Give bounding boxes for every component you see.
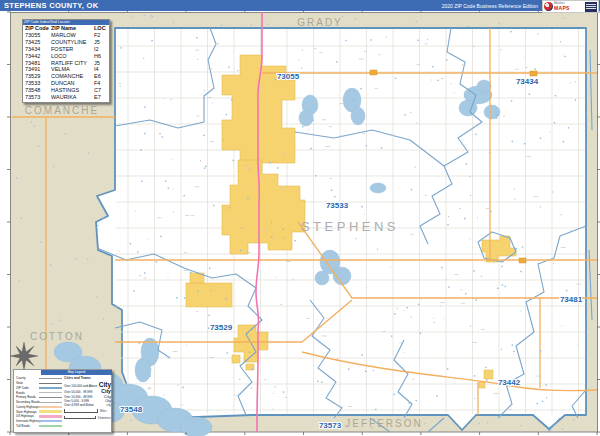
zip-cell: MARLOW	[51, 32, 94, 39]
zip-area-comanche-sw	[232, 355, 240, 363]
zip-area-73529	[186, 283, 232, 307]
zip-label-73573: 73573	[319, 421, 342, 430]
legend-title: Map Legend	[41, 370, 112, 375]
county-label-stephens: STEPHENS	[301, 219, 399, 234]
legend-label: Roads	[16, 391, 39, 395]
legend-line-items: County State ZIP Code Roads Primary Road…	[16, 376, 62, 428]
legend-label: Secondary Roads	[16, 400, 39, 404]
zip-cell: COMANCHE	[51, 73, 94, 80]
zip-cell: J5	[94, 39, 108, 46]
zip-cell: 73548	[25, 87, 51, 94]
legend-swatch-secondary-roads	[39, 402, 62, 403]
page-title: STEPHENS COUNTY, OK	[4, 1, 98, 10]
zip-area-loco-s	[479, 382, 485, 388]
zip-cell: F2	[94, 32, 108, 39]
legend-swatch-county-hwy	[39, 406, 62, 409]
zip-cell: 73491	[25, 66, 51, 73]
zip-cell: 73055	[25, 32, 51, 39]
zip-cell: LOCO	[51, 53, 94, 60]
zip-cell: 73425	[25, 39, 51, 46]
legend-label: County	[16, 376, 39, 380]
city-range: Over 50,000 - 99,999	[64, 390, 92, 394]
lake	[351, 107, 365, 125]
zip-cell: 73533	[25, 80, 51, 87]
county-label-comanche: COMANCHE	[25, 105, 99, 116]
brand-globe-icon	[544, 2, 553, 11]
legend-label: State	[16, 381, 39, 385]
city-sample: City	[99, 381, 111, 388]
legend-swatch-interstate	[39, 420, 62, 423]
legend-swatch-county-line	[39, 378, 62, 379]
lake	[484, 105, 500, 119]
zip-cell: 73434	[25, 46, 51, 53]
zip-cell: I4	[94, 66, 108, 73]
col-header-name: ZIP Name	[51, 25, 94, 32]
zip-cell: FOSTER	[51, 46, 94, 53]
zip-cell: VELMA	[51, 66, 94, 73]
legend-label: Interstate Highways	[16, 419, 39, 423]
legend-swatch-state-line	[39, 383, 62, 384]
city-sample: city	[107, 403, 112, 407]
zip-label-73529: 73529	[210, 323, 233, 332]
lake-waurika-arm	[135, 358, 151, 382]
legend-cities: Cities and Towns Over 100,000 and AboveC…	[64, 376, 111, 420]
pond	[370, 183, 386, 193]
zip-cell: 73573	[25, 94, 51, 101]
zip-label-73055: 73055	[277, 72, 300, 81]
map-page: { "header": { "title": "STEPHENS COUNTY,…	[0, 0, 600, 436]
legend-label: State Highways	[16, 410, 39, 414]
zip-cell: COUNTYLINE	[51, 39, 94, 46]
legend-swatch-us-hwy	[39, 415, 62, 418]
zip-label-73533: 73533	[326, 201, 349, 210]
zip-cell: H6	[94, 53, 108, 60]
legend-label: US Highways	[16, 414, 39, 418]
zip-cell: F4	[94, 80, 108, 87]
city-range: Over 4,999 and Below	[64, 403, 94, 407]
zip-cell: RATLIFF CITY	[51, 60, 94, 67]
zip-cell: HASTINGS	[51, 87, 94, 94]
zip-cell: 73442	[25, 53, 51, 60]
zip-cell: E6	[94, 73, 108, 80]
zip-cell: DUNCAN	[51, 80, 94, 87]
scale-km-label: Kilometers	[98, 416, 111, 420]
county-label-cotton: COTTON	[30, 331, 84, 342]
zip-label-73434: 73434	[516, 77, 539, 86]
scale-bar-km: Kilometers	[64, 416, 111, 420]
legend-swatch-state-hwy	[39, 410, 62, 413]
zip-label-73481: 73481	[560, 295, 583, 304]
zip-cell: WAURIKA	[51, 94, 94, 101]
lake-waurika	[180, 417, 212, 436]
zip-label-73548: 73548	[120, 405, 143, 414]
brand-badge-icon	[585, 2, 597, 12]
zip-cell: J5	[94, 60, 108, 67]
lake	[299, 110, 313, 126]
zip-index-table: ZIP Code Index/Grid Locator ZIP Code ZIP…	[22, 19, 110, 103]
lake	[459, 100, 477, 116]
title-bar: STEPHENS COUNTY, OK 2020 ZIP Code Busine…	[0, 0, 600, 11]
brand-wordmark: Market MAPS	[554, 2, 570, 10]
legend-cities-header: Cities and Towns	[64, 376, 111, 380]
brand-logo: Market MAPS	[542, 0, 599, 13]
lake	[315, 271, 329, 285]
col-header-loc: LOC	[94, 25, 108, 32]
legend-swatch-roads	[39, 392, 62, 393]
scale-miles-label: Miles	[100, 409, 107, 413]
county-label-jefferson: JEFFERSON	[345, 418, 422, 429]
zip-cell: I2	[94, 46, 108, 53]
map-legend: Map Legend County State ZIP Code Roads P…	[13, 369, 112, 433]
zip-cell: C7	[94, 87, 108, 94]
zip-cell: E7	[94, 94, 108, 101]
zip-area-comanche-s	[246, 364, 254, 370]
legend-swatch-toll	[39, 425, 62, 428]
zip-cell: 73481	[25, 60, 51, 67]
legend-swatch-zip-line	[39, 387, 62, 389]
legend-label: County Highways	[16, 405, 39, 409]
col-header-zip: ZIP Code	[25, 25, 51, 32]
zip-label-73442: 73442	[498, 378, 521, 387]
zip-cell: 73529	[25, 73, 51, 80]
edition-label: 2020 ZIP Code Business Reference Edition	[442, 3, 538, 9]
legend-label: Toll Roads	[16, 424, 39, 428]
city-range: Over 100,000 and Above	[64, 384, 97, 388]
legend-label: ZIP Code	[16, 386, 39, 390]
brand-maps-text: MAPS	[554, 6, 570, 11]
